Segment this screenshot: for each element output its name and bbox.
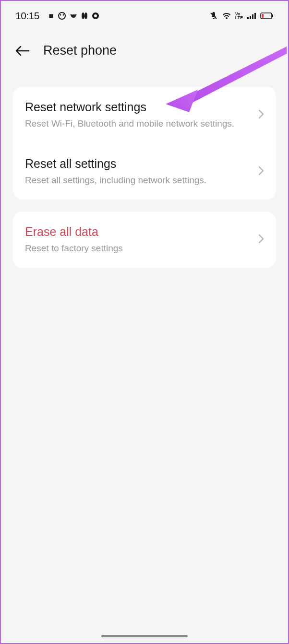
svg-rect-17 — [272, 14, 273, 17]
list-item-subtitle: Reset all settings, including network se… — [25, 175, 253, 187]
wifi-icon — [222, 12, 231, 20]
chevron-right-icon — [258, 109, 264, 121]
header: Reset phone — [1, 29, 288, 72]
back-button[interactable] — [15, 45, 30, 57]
signal-icon — [247, 12, 256, 20]
erase-all-data[interactable]: Erase all data Reset to factory settings — [13, 211, 276, 268]
reset-network-settings[interactable]: Reset network settings Reset Wi-Fi, Blue… — [13, 87, 276, 143]
settings-group-1: Reset network settings Reset Wi-Fi, Blue… — [13, 87, 276, 199]
notification-icon-bars — [81, 12, 88, 20]
notification-icon-reddit — [70, 12, 77, 20]
svg-point-5 — [75, 14, 77, 16]
svg-rect-13 — [250, 16, 251, 19]
svg-point-4 — [71, 14, 72, 16]
status-time: 10:15 — [15, 10, 39, 22]
svg-point-11 — [226, 18, 227, 19]
svg-point-3 — [63, 14, 64, 16]
svg-rect-14 — [252, 14, 253, 19]
svg-rect-18 — [262, 14, 264, 18]
list-item-content: Reset all settings Reset all settings, i… — [25, 157, 253, 187]
status-bar: 10:15 VoLTE — [1, 1, 288, 29]
status-left: 10:15 — [15, 10, 99, 22]
list-item-content: Erase all data Reset to factory settings — [25, 225, 253, 255]
battery-icon — [260, 12, 274, 19]
svg-point-1 — [59, 12, 65, 19]
svg-rect-0 — [49, 14, 53, 18]
notification-icon-1 — [48, 13, 54, 19]
volte-icon: VoLTE — [235, 12, 243, 20]
settings-group-2: Erase all data Reset to factory settings — [13, 211, 276, 268]
svg-point-6 — [82, 12, 84, 19]
list-item-subtitle: Reset to factory settings — [25, 243, 253, 255]
list-item-title: Reset network settings — [25, 100, 253, 114]
chevron-right-icon — [258, 234, 264, 246]
status-icons-left — [48, 12, 99, 20]
home-indicator[interactable] — [101, 635, 188, 637]
status-right: VoLTE — [209, 12, 274, 20]
notification-icon-circle — [58, 12, 66, 20]
page-title: Reset phone — [43, 43, 117, 58]
svg-rect-15 — [254, 13, 256, 19]
list-item-content: Reset network settings Reset Wi-Fi, Blue… — [25, 100, 253, 130]
notification-icon-ring — [92, 12, 99, 20]
list-item-title: Reset all settings — [25, 157, 253, 171]
arrow-left-icon — [15, 45, 30, 57]
svg-point-9 — [94, 14, 97, 17]
chevron-right-icon — [258, 166, 264, 177]
reset-all-settings[interactable]: Reset all settings Reset all settings, i… — [13, 143, 276, 200]
list-item-title: Erase all data — [25, 225, 253, 239]
svg-point-7 — [84, 12, 87, 19]
mute-icon — [209, 12, 218, 20]
svg-point-2 — [60, 14, 61, 16]
svg-rect-12 — [247, 17, 249, 19]
list-item-subtitle: Reset Wi-Fi, Bluetooth and mobile networ… — [25, 118, 253, 130]
